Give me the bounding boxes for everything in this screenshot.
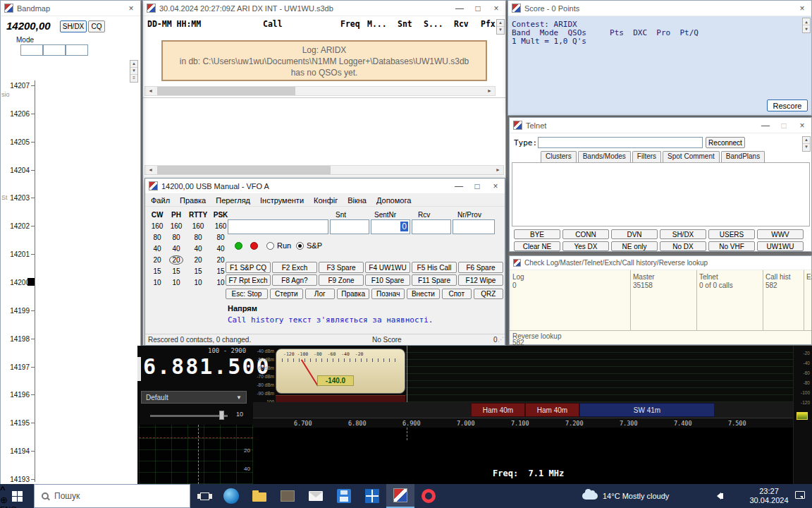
f4-button[interactable]: F4 UW1WU <box>365 262 410 273</box>
preset-dropdown[interactable]: Default ▼ <box>141 391 247 404</box>
sdr-frequency-display[interactable]: 6.881.500 <box>143 354 271 379</box>
f8-button[interactable]: F8 Agn? <box>272 274 317 286</box>
callsign-input[interactable] <box>228 219 328 234</box>
sentnr-input[interactable]: 0 <box>371 219 410 234</box>
band-cell[interactable]: 40 <box>210 245 231 253</box>
telnet-no-vhf-button[interactable]: No VHF <box>708 241 755 251</box>
tab-bands-modes[interactable]: Bands/Modes <box>578 151 631 162</box>
taskbar-n1mm-icon[interactable] <box>386 484 414 508</box>
resize-grip-icon[interactable]: ⋰ <box>498 336 504 343</box>
scrollbar-thumb[interactable] <box>157 87 295 95</box>
taskbar-app-icon[interactable] <box>273 484 302 508</box>
column-header-s[interactable]: S... <box>424 19 443 29</box>
bandmap-filter-box-1[interactable] <box>20 44 43 56</box>
scrollbar-thumb[interactable] <box>157 166 331 174</box>
telnet-no-dx-button[interactable]: No DX <box>660 241 706 251</box>
band-cell[interactable]: 40 <box>166 245 186 253</box>
f9-button[interactable]: F9 Zone <box>319 274 364 286</box>
telnet-conn-button[interactable]: CONN <box>562 229 609 239</box>
scroll-left-icon[interactable]: ◄ <box>145 87 156 95</box>
f6-button[interactable]: F6 Spare <box>458 262 503 273</box>
nrprov-input[interactable] <box>453 219 495 234</box>
f1-button[interactable]: F1 S&P CQ <box>226 262 271 273</box>
telnet-titlebar[interactable]: Telnet — □ × <box>510 118 811 133</box>
taskbar-mail-icon[interactable] <box>302 484 330 508</box>
maximize-icon[interactable]: □ <box>469 1 487 16</box>
band-cell[interactable]: 80 <box>166 234 186 241</box>
f12-button[interactable]: F12 Wipe <box>458 274 503 286</box>
slider-thumb[interactable] <box>219 411 224 420</box>
band-cell[interactable]: 10 <box>148 279 166 286</box>
close-icon[interactable]: × <box>486 179 505 193</box>
f3-button[interactable]: F3 Spare <box>319 262 364 273</box>
waterfall[interactable]: Freq: 7.1 MHz <box>253 428 793 484</box>
band-cell[interactable]: 80 <box>186 234 210 241</box>
minimize-icon[interactable]: — <box>756 119 775 133</box>
f11-button[interactable]: F11 Spare <box>412 274 457 286</box>
band-cell[interactable]: 15 <box>166 267 186 275</box>
band-cell[interactable]: 10 <box>166 279 186 286</box>
band-cell[interactable]: 160 <box>166 222 186 230</box>
colorbar-thumb[interactable] <box>796 412 808 420</box>
shdx-button[interactable]: SH/DX <box>60 20 87 32</box>
telnet-dvn-button[interactable]: DVN <box>611 229 658 239</box>
menu-windows[interactable]: Вікна <box>347 196 367 205</box>
band-cell[interactable]: 15 <box>148 267 166 275</box>
band-cell[interactable]: 20 <box>186 256 210 264</box>
maximize-icon[interactable]: □ <box>775 119 793 133</box>
menu-help[interactable]: Допомога <box>376 196 411 205</box>
menu-file[interactable]: Файл <box>151 196 170 205</box>
band-bar-ham40m-1[interactable]: Ham 40m <box>471 403 525 417</box>
telnet-clear-ne-button[interactable]: Clear NE <box>514 241 560 251</box>
tab-spot-comment[interactable]: Spot Comment <box>663 151 720 162</box>
band-cell[interactable]: 40 <box>148 245 166 253</box>
bandmap-scale[interactable]: 14207 14206 14205 14204 14203 14202 1420… <box>1 75 142 483</box>
task-view-button[interactable] <box>192 484 217 508</box>
taskbar-browser-icon[interactable] <box>217 484 245 508</box>
taskbar-opera-icon[interactable] <box>414 484 443 508</box>
bandmap-filter-box-3[interactable] <box>66 44 88 56</box>
menu-config[interactable]: Конфіг <box>314 196 338 205</box>
scroll-right-icon[interactable]: ► <box>493 166 503 174</box>
band-cell-selected[interactable]: 20 <box>166 256 186 264</box>
telnet-spinner[interactable]: ▲▼ <box>802 136 811 152</box>
qrz-button[interactable]: QRZ <box>474 289 503 299</box>
maximize-icon[interactable]: □ <box>468 179 486 193</box>
mark-button[interactable]: Познач <box>371 289 405 299</box>
sp-radio[interactable]: S&P <box>296 241 322 250</box>
esc-stop-button[interactable]: Esc: Stop <box>226 289 268 299</box>
scroll-left-icon[interactable]: ◄ <box>145 166 156 174</box>
clock[interactable]: 23:27 30.04.2024 <box>747 487 791 505</box>
rescore-button[interactable]: Rescore <box>767 99 808 111</box>
close-icon[interactable]: × <box>793 1 811 16</box>
band-mode-panel[interactable]: CW PH RTTY PSK 160160160160 80808080 404… <box>148 209 231 288</box>
cq-button[interactable]: CQ <box>88 20 105 32</box>
telnet-wwv-button[interactable]: WWV <box>757 229 804 239</box>
reconnect-button[interactable]: Reconnect <box>706 137 745 148</box>
log-size-spinner[interactable]: ▲▼ <box>496 19 505 35</box>
band-cell[interactable]: 160 <box>148 222 166 230</box>
telnet-ne-only-button[interactable]: NE only <box>611 241 658 251</box>
taskbar-save-icon[interactable] <box>330 484 358 508</box>
f2-button[interactable]: F2 Exch <box>272 262 317 273</box>
band-cell[interactable]: 40 <box>186 245 210 253</box>
bandmap-filter-box-2[interactable] <box>43 44 66 56</box>
tab-filters[interactable]: Filters <box>632 151 661 162</box>
band-cell[interactable]: 160 <box>186 222 210 230</box>
minimize-icon[interactable]: — <box>450 1 469 16</box>
menu-view[interactable]: Перегляд <box>216 196 250 205</box>
band-cell[interactable]: 15 <box>186 267 210 275</box>
score-spinner[interactable]: ▲▼ <box>802 18 811 33</box>
band-cell[interactable]: 80 <box>148 234 166 241</box>
log-hscrollbar-top[interactable]: ◄ ► <box>144 86 496 96</box>
column-header-datetime[interactable]: DD-MM HH:MM <box>147 19 201 29</box>
telnet-uw1wu-button[interactable]: UW1WU <box>757 241 804 251</box>
entry-titlebar[interactable]: 14200,00 USB Manual - VFO A — □ × <box>145 179 505 194</box>
column-header-call[interactable]: Call <box>263 19 283 29</box>
band-cell[interactable]: 80 <box>210 234 231 241</box>
telnet-output[interactable] <box>512 162 810 226</box>
column-header-pfx[interactable]: Pfx <box>481 19 496 29</box>
log-titlebar[interactable]: 30.04.2024 20:27:09Z ARI DX INT - UW1WU.… <box>143 1 505 16</box>
log-hscrollbar-bottom[interactable]: ◄ ► <box>144 165 504 175</box>
band-cell[interactable]: 10 <box>186 279 210 286</box>
